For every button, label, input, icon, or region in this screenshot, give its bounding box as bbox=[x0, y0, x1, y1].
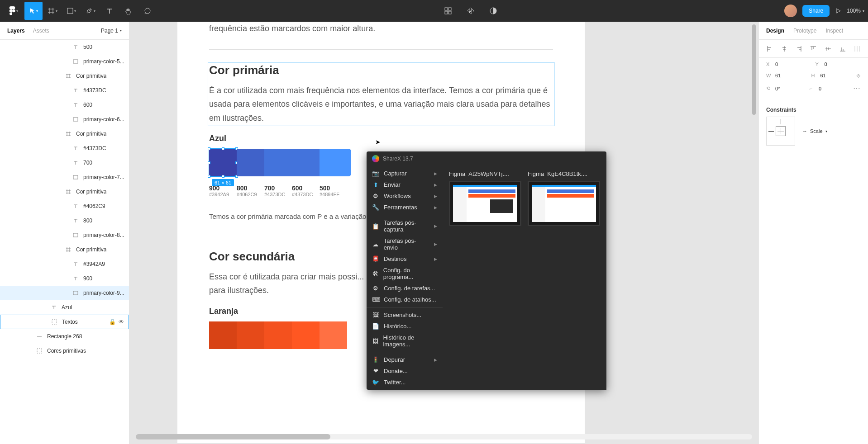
sharex-menu-item[interactable]: 🔧Ferramentas▶ bbox=[367, 202, 443, 213]
design-tab[interactable]: Design bbox=[766, 28, 784, 34]
layer-item[interactable]: Textos🔓👁 bbox=[0, 315, 129, 329]
sharex-menu-item[interactable]: ❤Donate... bbox=[367, 365, 443, 377]
layer-item[interactable]: 500 bbox=[0, 40, 129, 54]
swatch-700[interactable] bbox=[264, 149, 292, 176]
align-vcenter-icon[interactable] bbox=[824, 44, 833, 53]
swatch-orange[interactable] bbox=[209, 321, 237, 349]
layer-label: Rectangle 268 bbox=[47, 333, 82, 340]
more-options-icon[interactable]: ⋯ bbox=[853, 84, 861, 93]
layer-item[interactable]: Cor primitiva bbox=[0, 242, 129, 257]
component-tool[interactable] bbox=[441, 2, 455, 20]
rotation-icon: ⟲ bbox=[766, 85, 772, 91]
sharex-menu-item[interactable]: 🛠Config. do programa... bbox=[367, 265, 443, 283]
user-avatar[interactable] bbox=[784, 5, 797, 17]
layer-item[interactable]: #4373DC bbox=[0, 141, 129, 156]
sharex-menu-item[interactable]: ⬆Enviar▶ bbox=[367, 179, 443, 190]
swatch-orange[interactable] bbox=[264, 321, 292, 349]
swatch-900[interactable]: 61 × 61 bbox=[209, 149, 237, 176]
comment-tool[interactable] bbox=[138, 2, 157, 20]
layer-item[interactable]: #3942A9 bbox=[0, 257, 129, 271]
sharex-menu-item[interactable]: 🚦Depurar▶ bbox=[367, 354, 443, 365]
sharex-menu-item[interactable]: ⚙Config. de tarefas... bbox=[367, 283, 443, 294]
layers-list[interactable]: 500primary-color-5...Cor primitiva#4373D… bbox=[0, 40, 129, 444]
swatch-orange[interactable] bbox=[292, 321, 320, 349]
layer-item[interactable]: Cor primitiva bbox=[0, 127, 129, 141]
frame-tool[interactable]: ▾ bbox=[43, 2, 62, 20]
text-layer-icon bbox=[72, 217, 79, 224]
layer-item[interactable]: 900 bbox=[0, 271, 129, 286]
layer-item[interactable]: 800 bbox=[0, 213, 129, 228]
sharex-menu-item[interactable]: 🖼Screenshots... bbox=[367, 309, 443, 321]
pen-tool[interactable]: ▾ bbox=[81, 2, 100, 20]
page-selector[interactable]: Page 1▾ bbox=[101, 28, 122, 34]
sharex-menu-item[interactable]: ⚙Workflows▶ bbox=[367, 190, 443, 202]
mask-tool[interactable] bbox=[486, 2, 500, 20]
x-input[interactable] bbox=[775, 61, 798, 67]
shape-tool[interactable]: ▾ bbox=[62, 2, 81, 20]
align-left-icon[interactable] bbox=[765, 44, 774, 53]
sharex-menu-item[interactable]: ☁Tarefas pós-envio▶ bbox=[367, 235, 443, 253]
align-top-icon[interactable] bbox=[809, 44, 818, 53]
screenshot-thumbnail[interactable]: Figma_KgE4C8B1tk.... bbox=[528, 170, 600, 385]
layer-item[interactable]: 600 bbox=[0, 98, 129, 112]
sharex-menu-item[interactable]: 🖼Histórico de imagens... bbox=[367, 332, 443, 350]
layer-item[interactable]: primary-color-8... bbox=[0, 228, 129, 242]
align-right-icon[interactable] bbox=[794, 44, 803, 53]
distribute-icon[interactable] bbox=[853, 44, 862, 53]
layer-item[interactable]: primary-color-9... bbox=[0, 286, 129, 300]
swatch-800[interactable] bbox=[237, 149, 264, 176]
lock-icon[interactable]: 🔓 bbox=[109, 319, 116, 325]
layer-item[interactable]: Cores primitivas bbox=[0, 344, 129, 358]
w-input[interactable] bbox=[775, 73, 798, 78]
layer-item[interactable]: 700 bbox=[0, 156, 129, 170]
sharex-menu-item[interactable]: 📋Tarefas pós-captura▶ bbox=[367, 217, 443, 235]
layer-item[interactable]: Rectangle 268 bbox=[0, 329, 129, 344]
swatch-500[interactable] bbox=[320, 149, 351, 176]
sharex-menu-item[interactable]: 📄Histórico... bbox=[367, 321, 443, 332]
canvas-scrollbar[interactable] bbox=[752, 24, 756, 115]
swatch-orange[interactable] bbox=[237, 321, 264, 349]
sharex-menu-item[interactable]: 📮Destinos▶ bbox=[367, 253, 443, 265]
layer-item[interactable]: primary-color-5... bbox=[0, 54, 129, 69]
constraint-h-select[interactable]: ↔Scale▾ bbox=[802, 128, 827, 134]
visibility-icon[interactable]: 👁 bbox=[119, 319, 124, 325]
text-tool[interactable] bbox=[100, 2, 119, 20]
layers-tab[interactable]: Layers bbox=[7, 28, 25, 34]
swatch-orange[interactable] bbox=[320, 321, 347, 349]
prototype-tab[interactable]: Prototype bbox=[793, 28, 816, 34]
menu-item-label: Workflows bbox=[384, 193, 411, 199]
layer-item[interactable]: Azul bbox=[0, 300, 129, 315]
layer-item[interactable]: Cor primitiva bbox=[0, 69, 129, 83]
constraints-widget[interactable] bbox=[766, 117, 795, 146]
hand-tool[interactable] bbox=[119, 2, 138, 20]
rotation-input[interactable] bbox=[775, 86, 798, 91]
move-tool[interactable]: ▾ bbox=[24, 2, 43, 20]
swatch-600[interactable] bbox=[292, 149, 320, 176]
h-input[interactable] bbox=[820, 73, 843, 78]
inspect-tab[interactable]: Inspect bbox=[825, 28, 843, 34]
create-component-tool[interactable] bbox=[464, 2, 477, 20]
y-input[interactable] bbox=[825, 61, 847, 67]
figma-menu-button[interactable]: ▾ bbox=[4, 2, 24, 20]
line-layer-icon bbox=[36, 333, 43, 340]
zoom-select[interactable]: 100%▾ bbox=[847, 8, 864, 14]
sharex-titlebar[interactable]: ShareX 13.7 bbox=[367, 151, 606, 166]
screenshot-thumbnail[interactable]: Figma_At25WpNVTj.... bbox=[449, 170, 521, 385]
present-button[interactable] bbox=[835, 8, 841, 14]
layer-item[interactable]: primary-color-6... bbox=[0, 112, 129, 127]
layer-item[interactable]: Cor primitiva bbox=[0, 184, 129, 199]
canvas-h-scrollbar[interactable] bbox=[136, 434, 752, 439]
layer-item[interactable]: primary-color-7... bbox=[0, 170, 129, 184]
sharex-menu-item[interactable]: 🐦Twitter... bbox=[367, 377, 443, 388]
align-bottom-icon[interactable] bbox=[838, 44, 847, 53]
radius-input[interactable] bbox=[819, 86, 841, 91]
layer-item[interactable]: #4062C9 bbox=[0, 199, 129, 213]
layer-item[interactable]: #4373DC bbox=[0, 83, 129, 98]
sharex-menu-item[interactable]: ⌨Config. de atalhos... bbox=[367, 294, 443, 305]
link-wh-icon[interactable]: ⟐ bbox=[856, 71, 861, 80]
assets-tab[interactable]: Assets bbox=[33, 28, 49, 34]
layer-label: 900 bbox=[83, 275, 92, 282]
share-button[interactable]: Share bbox=[802, 5, 830, 17]
sharex-menu-item[interactable]: 📷Capturar▶ bbox=[367, 168, 443, 179]
align-hcenter-icon[interactable] bbox=[780, 44, 789, 53]
